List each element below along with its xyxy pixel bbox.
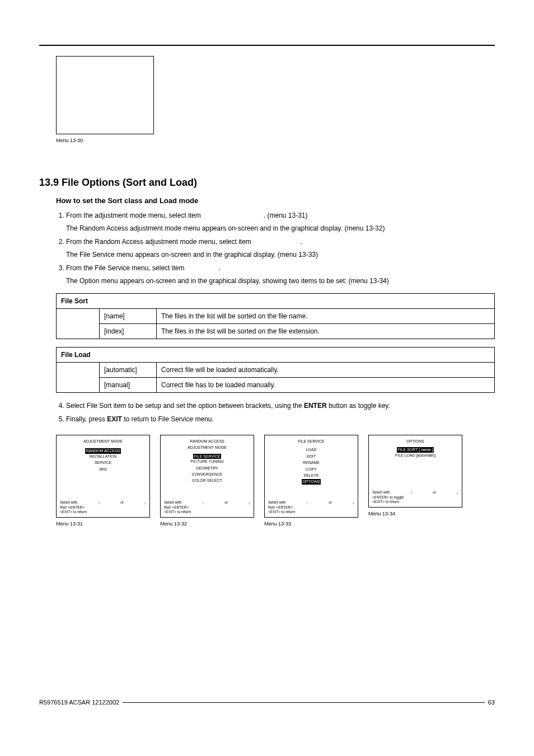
menu-caption-13-33: Menu 13-33 [264, 521, 358, 527]
sort-desc-name: The files in the list will be sorted on … [157, 308, 495, 323]
footer-page-number: 63 [488, 699, 495, 706]
load-desc-auto: Correct file will be loaded automaticall… [157, 362, 495, 377]
menu-box-13-34: OPTIONS FILE SORT [ name ] FILE LOAD [au… [368, 435, 462, 508]
m34-f1a: Select with [372, 490, 390, 495]
step-3-sub: The Option menu appears on-screen and in… [66, 276, 495, 287]
m33-i0: LOAD [268, 447, 354, 452]
m32-title2: ADJUSTMENT MODE [164, 445, 250, 450]
m34-f2b: <EXIT> to return [372, 500, 399, 504]
arrow-up-icon: ↑ [410, 490, 413, 495]
section-subtitle: How to set the Sort class and Load mode [56, 196, 495, 205]
m33-f1b: then <ENTER> [268, 505, 293, 510]
menus-row: ADJUSTMENT MODE RANDOM ACCESS INSTALLATI… [56, 435, 495, 527]
m33-i3: COPY [268, 467, 354, 472]
m31-f1a: Select with [60, 500, 77, 505]
table-row: [automatic] Correct file will be loaded … [57, 362, 495, 377]
m34-title: OPTIONS [372, 439, 458, 444]
sort-desc-index: The files in the list will be sorted on … [157, 323, 495, 339]
step-1-ref: . (menu 13-31) [264, 212, 308, 219]
load-label-manual: [manual] [100, 377, 157, 392]
menu-box-13-33: FILE SERVICE LOAD EDIT RENAME COPY DELET… [264, 435, 358, 518]
m32-i2: CONVERGENCE [164, 472, 250, 477]
m33-f2a: <EXIT> to return [268, 510, 295, 514]
step-1-sub: The Random Access adjustment mode menu a… [66, 223, 495, 234]
arrow-up-icon: ↑ [202, 500, 204, 505]
arrow-down-icon: ↓ [457, 490, 459, 495]
m33-hl: OPTIONS [302, 479, 321, 484]
step-3-text: From the File Service menu, select item [66, 264, 184, 272]
step-4c: button as toggle key. [327, 402, 390, 410]
m32-f1b: then <ENTER> [164, 505, 189, 510]
table-row: [manual] Correct file has to be loaded m… [57, 377, 495, 392]
menu-caption-13-34: Menu 13-34 [368, 511, 462, 516]
step-3-end: . [218, 264, 220, 272]
arrow-down-icon: ↓ [249, 500, 251, 505]
step-1: From the adjustment mode menu, select it… [66, 210, 495, 233]
m31-i1: SERVICE [60, 460, 146, 465]
step-4: Select File Sort item to be setup and se… [66, 401, 495, 411]
m34-hl: FILE SORT [ name ] [397, 447, 433, 452]
m32-f2a: <EXIT> to return [164, 510, 191, 514]
m32-i0: PICTURE TUNING [164, 459, 250, 464]
table-row: [index] The files in the list will be so… [57, 323, 495, 339]
step-2-text: From the Random Access adjustment mode m… [66, 238, 251, 246]
step-5b: EXIT [107, 415, 122, 423]
m33-i2: RENAME [268, 460, 354, 465]
step-5: Finally, press EXIT to return to File Se… [66, 414, 495, 425]
step-4b: ENTER [304, 402, 327, 410]
m32-i1: GEOMETRY [164, 466, 250, 471]
m32-f1a: Select with [164, 500, 181, 505]
m32-title: RANDOM ACCESS [164, 439, 250, 444]
top-rule [39, 45, 495, 46]
section-number: 13.9 [39, 177, 59, 188]
m33-i4: DELETE [268, 473, 354, 478]
table-row: [name] The files in the list will be sor… [57, 308, 495, 323]
step-5a: Finally, press [66, 415, 107, 423]
steps-list-2: Select File Sort item to be setup and se… [56, 401, 495, 425]
menu-col-33: FILE SERVICE LOAD EDIT RENAME COPY DELET… [264, 435, 358, 527]
step-5c: to return to File Service menu. [122, 415, 214, 423]
m31-hl: RANDOM ACCESS [85, 448, 120, 453]
step-2: From the Random Access adjustment mode m… [66, 237, 495, 260]
m34-f2a: <ENTER> to toggle [372, 495, 404, 500]
m31-f2a: <EXIT> to return [60, 510, 87, 514]
menu-box-13-30 [56, 56, 154, 134]
table-sort-header: File Sort [57, 293, 495, 308]
step-3: From the File Service menu, select item … [66, 263, 495, 286]
m31-title: ADJUSTMENT MODE [60, 439, 146, 444]
step-2-end: . [301, 238, 302, 246]
menu-col-34: OPTIONS FILE SORT [ name ] FILE LOAD [au… [368, 435, 462, 516]
menu-caption-13-30: Menu 13-30 [56, 138, 495, 143]
m31-i0: INSTALLATION [60, 454, 146, 459]
table-file-load: File Load [automatic] Correct file will … [56, 347, 495, 393]
m31-f1b: then <ENTER> [60, 505, 85, 510]
menu-box-13-31: ADJUSTMENT MODE RANDOM ACCESS INSTALLATI… [56, 435, 150, 518]
m34-i0: FILE LOAD [automatic] [372, 453, 458, 458]
m34-f1b: or [433, 490, 436, 495]
table-file-sort: File Sort [name] The files in the list w… [56, 293, 495, 339]
footer-rule [123, 702, 485, 703]
sort-label-name: [name] [100, 308, 157, 323]
menu-col-32: RANDOM ACCESS ADJUSTMENT MODE FILE SERVI… [160, 435, 254, 527]
m32-i3: COLOR SELECT [164, 478, 250, 483]
arrow-down-icon: ↓ [353, 500, 355, 505]
section-title: 13.9 File Options (Sort and Load) [39, 177, 495, 189]
steps-list-1: From the adjustment mode menu, select it… [56, 210, 495, 287]
menu-col-31: ADJUSTMENT MODE RANDOM ACCESS INSTALLATI… [56, 435, 150, 527]
arrow-up-icon: ↑ [306, 500, 308, 505]
step-2-sub: The File Service menu appears on-screen … [66, 250, 495, 260]
arrow-up-icon: ↑ [98, 500, 100, 505]
page-footer: R5976519 ACSAR 12122002 63 [39, 699, 495, 706]
arrow-down-icon: ↓ [144, 500, 147, 505]
load-desc-manual: Correct file has to be loaded manually. [157, 377, 495, 392]
load-label-auto: [automatic] [100, 362, 157, 377]
m33-f1a: Select with [268, 500, 285, 505]
menu-caption-13-32: Menu 13-32 [160, 521, 254, 527]
m32-hl: FILE SERVICE [193, 454, 221, 459]
m33-i1: EDIT [268, 454, 354, 459]
table-load-header: File Load [57, 347, 495, 362]
menu-box-13-32: RANDOM ACCESS ADJUSTMENT MODE FILE SERVI… [160, 435, 254, 518]
m31-i2: IRIS [60, 467, 146, 472]
sort-label-index: [index] [100, 323, 157, 339]
section-title-text: File Options (Sort and Load) [62, 177, 197, 188]
